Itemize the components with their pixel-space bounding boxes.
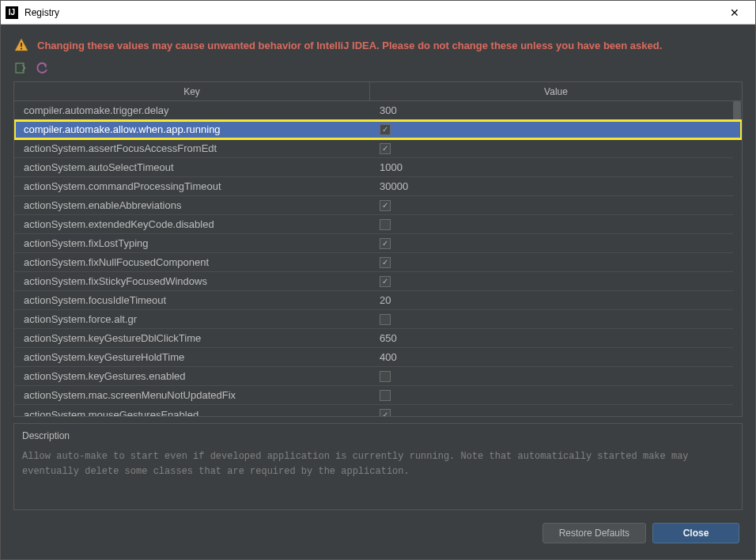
table-row[interactable]: actionSystem.autoSelectTimeout1000 xyxy=(14,158,742,177)
cell-value[interactable]: ✓ xyxy=(370,276,742,287)
cell-value[interactable] xyxy=(370,371,742,382)
cell-value[interactable]: ✓ xyxy=(370,124,742,135)
edit-button[interactable] xyxy=(13,61,28,75)
table-body: compiler.automake.trigger.delay300compil… xyxy=(14,101,742,416)
cell-key: actionSystem.keyGestureDblClickTime xyxy=(14,332,370,344)
cell-key: actionSystem.fixStickyFocusedWindows xyxy=(14,275,370,287)
restore-defaults-button[interactable]: Restore Defaults xyxy=(542,523,646,543)
warning-banner: Changing these values may cause unwanted… xyxy=(7,34,749,61)
table-row[interactable]: compiler.automake.trigger.delay300 xyxy=(14,101,742,120)
checkbox[interactable]: ✓ xyxy=(380,124,391,135)
cell-value[interactable] xyxy=(370,314,742,325)
cell-key: actionSystem.mac.screenMenuNotUpdatedFix xyxy=(14,389,370,401)
cell-value[interactable]: 300 xyxy=(370,104,742,116)
button-row: Restore Defaults Close xyxy=(7,516,749,553)
cell-value[interactable]: 400 xyxy=(370,351,742,363)
cell-key: actionSystem.enableAbbreviations xyxy=(14,199,370,211)
table-row[interactable]: actionSystem.force.alt.gr xyxy=(14,310,742,329)
cell-value[interactable]: 30000 xyxy=(370,180,742,192)
warning-icon xyxy=(13,37,29,53)
svg-rect-1 xyxy=(21,48,22,50)
cell-value[interactable]: 20 xyxy=(370,294,742,306)
cell-key: actionSystem.fixNullFocusedComponent xyxy=(14,256,370,268)
cell-key: actionSystem.commandProcessingTimeout xyxy=(14,180,370,192)
table-row[interactable]: actionSystem.extendedKeyCode.disabled xyxy=(14,215,742,234)
table-row[interactable]: actionSystem.fixNullFocusedComponent✓ xyxy=(14,253,742,272)
registry-table: Key Value compiler.automake.trigger.dela… xyxy=(13,81,743,417)
cell-value[interactable]: ✓ xyxy=(370,409,742,416)
dialog-content: Changing these values may cause unwanted… xyxy=(1,25,755,559)
registry-dialog: IJ Registry ✕ Changing these values may … xyxy=(0,0,756,560)
checkbox[interactable] xyxy=(380,314,391,325)
checkbox[interactable]: ✓ xyxy=(380,143,391,154)
warning-text: Changing these values may cause unwanted… xyxy=(37,40,662,51)
cell-key: compiler.automake.allow.when.app.running xyxy=(14,123,370,135)
table-row[interactable]: actionSystem.fixStickyFocusedWindows✓ xyxy=(14,272,742,291)
checkbox[interactable]: ✓ xyxy=(380,257,391,268)
cell-value[interactable]: 650 xyxy=(370,332,742,344)
cell-key: actionSystem.assertFocusAccessFromEdt xyxy=(14,142,370,154)
table-row[interactable]: actionSystem.keyGestures.enabled xyxy=(14,367,742,386)
cell-key: actionSystem.focusIdleTimeout xyxy=(14,294,370,306)
cell-key: actionSystem.mouseGesturesEnabled xyxy=(14,409,370,417)
table-row[interactable]: actionSystem.focusIdleTimeout20 xyxy=(14,291,742,310)
intellij-icon: IJ xyxy=(6,6,18,19)
table-row[interactable]: actionSystem.mouseGesturesEnabled✓ xyxy=(14,405,742,416)
column-header-value[interactable]: Value xyxy=(370,82,742,100)
window-close-button[interactable]: ✕ xyxy=(719,6,750,19)
table-row[interactable]: actionSystem.fixLostTyping✓ xyxy=(14,234,742,253)
description-panel: Description Allow auto-make to start eve… xyxy=(13,423,743,510)
svg-rect-0 xyxy=(21,43,22,47)
cell-value[interactable]: ✓ xyxy=(370,257,742,268)
table-row[interactable]: actionSystem.enableAbbreviations✓ xyxy=(14,196,742,215)
toolbar xyxy=(7,61,749,81)
cell-value[interactable]: ✓ xyxy=(370,143,742,154)
close-button[interactable]: Close xyxy=(652,523,739,543)
table-row[interactable]: actionSystem.keyGestureDblClickTime650 xyxy=(14,329,742,348)
table-header: Key Value xyxy=(14,82,742,101)
table-row[interactable]: actionSystem.commandProcessingTimeout300… xyxy=(14,177,742,196)
checkbox[interactable] xyxy=(380,390,391,401)
cell-key: actionSystem.force.alt.gr xyxy=(14,313,370,325)
window-title: Registry xyxy=(25,7,719,18)
cell-key: actionSystem.autoSelectTimeout xyxy=(14,161,370,173)
table-row[interactable]: actionSystem.assertFocusAccessFromEdt✓ xyxy=(14,139,742,158)
checkbox[interactable] xyxy=(380,219,391,230)
table-row[interactable]: actionSystem.keyGestureHoldTime400 xyxy=(14,348,742,367)
cell-value[interactable] xyxy=(370,390,742,401)
column-header-key[interactable]: Key xyxy=(14,82,370,100)
table-row[interactable]: compiler.automake.allow.when.app.running… xyxy=(14,120,742,139)
description-label: Description xyxy=(22,430,734,441)
checkbox[interactable]: ✓ xyxy=(380,409,391,416)
cell-key: compiler.automake.trigger.delay xyxy=(14,104,370,116)
cell-value[interactable] xyxy=(370,219,742,230)
titlebar: IJ Registry ✕ xyxy=(1,1,755,25)
cell-value[interactable]: 1000 xyxy=(370,161,742,173)
table-row[interactable]: actionSystem.mac.screenMenuNotUpdatedFix xyxy=(14,386,742,405)
revert-button[interactable] xyxy=(36,61,50,75)
cell-value[interactable]: ✓ xyxy=(370,200,742,211)
checkbox[interactable]: ✓ xyxy=(380,200,391,211)
cell-key: actionSystem.keyGestures.enabled xyxy=(14,370,370,382)
cell-value[interactable]: ✓ xyxy=(370,238,742,249)
cell-key: actionSystem.keyGestureHoldTime xyxy=(14,351,370,363)
checkbox[interactable] xyxy=(380,371,391,382)
cell-key: actionSystem.extendedKeyCode.disabled xyxy=(14,218,370,230)
scrollbar[interactable] xyxy=(733,101,741,416)
description-text: Allow auto-make to start even if develop… xyxy=(22,449,734,479)
checkbox[interactable]: ✓ xyxy=(380,276,391,287)
cell-key: actionSystem.fixLostTyping xyxy=(14,237,370,249)
checkbox[interactable]: ✓ xyxy=(380,238,391,249)
